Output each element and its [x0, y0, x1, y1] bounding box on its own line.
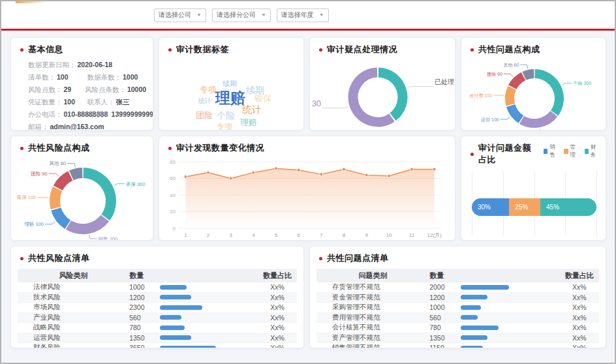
row-bar	[461, 335, 560, 340]
data-point[interactable]	[297, 168, 300, 172]
row-percent: Xx%	[258, 314, 297, 322]
panel-title: 审计数据标签	[176, 44, 229, 55]
donut-slice-个险[interactable]	[535, 74, 559, 113]
svg-text:3: 3	[229, 232, 232, 238]
trend-line-chart[interactable]: 020406080123456789101112(月)	[159, 157, 455, 241]
svg-text:40: 40	[170, 192, 176, 198]
bar-segment-财务[interactable]: 45%	[540, 198, 596, 216]
donut-svg: 个险 300内控环境 200运营 100收付费 100团险 90其他 60	[461, 58, 606, 130]
legend-item[interactable]: 财务	[585, 144, 599, 159]
bullet-icon	[20, 257, 23, 260]
donut-slice-银保[interactable]	[55, 189, 57, 209]
row-percent: Xx%	[559, 314, 599, 322]
branch-select[interactable]: 请选择分公司 ▼	[212, 8, 271, 22]
panel-title: 审计问题金额占比	[478, 142, 536, 166]
row-quantity: 1000	[129, 283, 160, 291]
row-quantity: 560	[129, 314, 160, 322]
data-point[interactable]	[433, 168, 436, 171]
info-field: 凭证数量：100	[28, 98, 87, 107]
panel-audit-tags: 审计数据标签 续期专项续期统计理赔银保统计团险个险理赔专项	[159, 37, 304, 130]
data-point[interactable]	[410, 168, 414, 171]
row-category: 资金管理不规范	[316, 293, 429, 302]
bar-segment-label: 25%	[509, 204, 528, 211]
donut-slice-其他[interactable]	[524, 74, 534, 76]
data-point[interactable]	[184, 175, 187, 179]
svg-text:10: 10	[386, 232, 392, 238]
row-percent: Xx%	[559, 303, 599, 311]
bar-segment-销售[interactable]: 30%	[472, 198, 509, 216]
row-quantity: 2300	[129, 303, 160, 311]
bullet-icon	[470, 153, 474, 156]
donut-label: 已处理20	[435, 76, 455, 86]
row-quantity: 3650	[129, 344, 160, 348]
donut-slice-团险[interactable]	[58, 175, 70, 188]
company-select[interactable]: 请选择公司 ▼	[154, 8, 206, 22]
donut-slice-已处理[interactable]	[378, 72, 403, 117]
legend-swatch-icon	[564, 149, 568, 154]
row-bar	[160, 335, 258, 340]
row-bar	[461, 295, 560, 299]
data-point[interactable]	[388, 174, 391, 177]
column-header: 问题类别	[316, 271, 429, 281]
donut-slice-已消除[interactable]	[353, 72, 392, 122]
data-point[interactable]	[207, 171, 210, 174]
data-point[interactable]	[343, 168, 346, 171]
year-select[interactable]: 请选择年度 ▼	[277, 8, 329, 22]
row-bar	[160, 315, 258, 320]
row-bar	[160, 305, 258, 310]
bullet-icon	[470, 48, 474, 52]
row-quantity: 2000	[429, 283, 461, 291]
svg-text:60: 60	[170, 175, 176, 181]
filter-bar: 请选择公司 ▼ 请选择分公司 ▼ 请选择年度 ▼	[1, 1, 615, 29]
panel-issue-composition: 共性问题点构成 个险 300内控环境 200运营 100收付费 100团险 90…	[461, 37, 606, 130]
info-field: 手机：13999999999	[89, 110, 151, 119]
donut-slice-内控环境[interactable]	[522, 114, 554, 123]
donut-slice-收付费[interactable]	[510, 88, 512, 105]
donut-slice-其他[interactable]	[71, 173, 82, 175]
row-percent: Xx%	[559, 283, 599, 291]
data-point[interactable]	[275, 167, 278, 170]
row-percent: Xx%	[559, 334, 599, 342]
risk-donut-chart[interactable]: 承保 300销售 200理赔 100银保 100团险 90其他 60	[11, 157, 153, 241]
donut-slice-承保[interactable]	[84, 173, 111, 217]
donut-slice-运营[interactable]	[511, 106, 521, 119]
legend-item[interactable]: 管理	[564, 144, 578, 159]
panel-title: 基本信息	[28, 44, 63, 55]
data-point[interactable]	[320, 173, 323, 176]
info-field: 风险点数：29	[28, 85, 85, 95]
tag-word: 统计	[242, 104, 262, 114]
issue-donut-chart[interactable]: 个险 300内控环境 200运营 100收付费 100团险 90其他 60	[461, 58, 606, 130]
bar-segment-管理[interactable]: 25%	[509, 198, 540, 216]
donut-slice-理赔[interactable]	[56, 209, 68, 224]
donut-label: 个险 300	[573, 81, 591, 85]
doubt-donut-chart[interactable]: 已处理20已消除30	[310, 58, 455, 130]
donut-svg: 承保 300销售 200理赔 100银保 100团险 90其他 60	[11, 157, 153, 241]
row-bar	[160, 285, 258, 290]
gridline	[596, 171, 597, 236]
legend-swatch-icon	[544, 149, 547, 154]
donut-slice-销售[interactable]	[69, 219, 105, 229]
year-select-label: 请选择年度	[281, 10, 314, 20]
legend-label: 销售	[549, 144, 558, 159]
bar-segment-label: 45%	[540, 204, 559, 211]
donut-label: 团险 90	[487, 72, 502, 77]
table-row: 产业风险560Xx%	[18, 313, 297, 324]
panel-basic-info: 基本信息 数据更新日期：2020-06-18清单数：100数据条数：1000风险…	[10, 37, 153, 130]
panel-title: 共性风险点构成	[28, 142, 90, 154]
info-row: 风险点数：29风险点条数：10000	[28, 85, 146, 95]
panel-amount-ratio: 审计问题金额占比 销售管理财务 0255075100%30%25%45%	[461, 136, 606, 241]
tag-word: 理赔	[215, 91, 245, 106]
info-field: 数据更新日期：2020-06-18	[28, 61, 146, 70]
amount-stacked-bar-chart[interactable]: 0255075100%30%25%45%	[472, 171, 596, 241]
data-point[interactable]	[365, 174, 368, 177]
table-row: 资产管理不规范1350Xx%	[316, 333, 599, 344]
chevron-down-icon: ▼	[196, 12, 202, 17]
row-percent: Xx%	[258, 303, 297, 311]
svg-text:7: 7	[320, 232, 323, 238]
row-quantity: 780	[429, 324, 461, 331]
data-point[interactable]	[252, 171, 255, 174]
table-row: 销售管理不规范1150Xx%	[316, 343, 599, 348]
legend-item[interactable]: 销售	[544, 144, 558, 159]
donut-slice-团险[interactable]	[512, 76, 523, 87]
data-point[interactable]	[229, 177, 232, 180]
